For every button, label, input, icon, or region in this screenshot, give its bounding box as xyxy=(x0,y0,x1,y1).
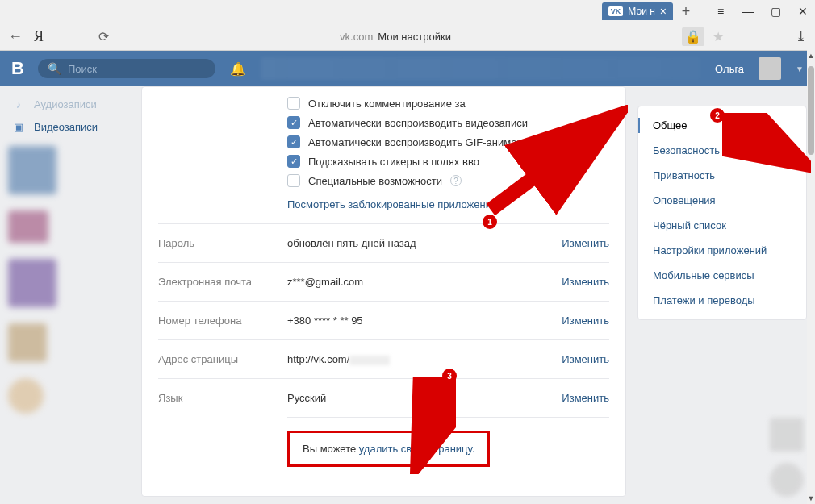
change-link[interactable]: Изменить xyxy=(562,276,609,288)
left-nav: ♪ Аудиозаписи ▣ Видеозаписи xyxy=(0,86,141,504)
nav-video[interactable]: ▣ Видеозаписи xyxy=(0,115,141,138)
cb-label: Отключить комментирование за xyxy=(308,98,466,110)
sidebar-item-apps[interactable]: Настройки приложений xyxy=(638,238,806,263)
cb-accessibility[interactable]: Специальные возможности ? xyxy=(287,171,609,190)
change-link[interactable]: Изменить xyxy=(562,237,609,249)
checkbox-unchecked-icon[interactable] xyxy=(287,174,300,187)
close-icon[interactable]: × xyxy=(660,6,667,17)
checkbox-unchecked-icon[interactable] xyxy=(287,97,300,110)
row-label: Электронная почта xyxy=(158,276,287,288)
menu-icon[interactable]: ≡ xyxy=(715,6,726,17)
search-icon: 🔍 xyxy=(48,62,61,75)
sidebar-item-mobile[interactable]: Мобильные сервисы xyxy=(638,263,806,288)
checkbox-checked-icon[interactable]: ✓ xyxy=(287,135,300,148)
content-area: Отключить комментирование за ✓ Автоматич… xyxy=(141,86,815,504)
chevron-down-icon[interactable]: ▼ xyxy=(796,65,804,73)
username[interactable]: Ольга xyxy=(715,63,744,75)
nav-audio-label: Аудиозаписи xyxy=(34,98,97,110)
address-bar: ← Я ⟳ vk.com Мои настройки 🔒 ★ ⤓ xyxy=(0,23,815,50)
notifications-icon[interactable]: 🔔 xyxy=(230,61,246,77)
blur-thumb xyxy=(770,418,804,452)
row-value: http://vk.com/ xyxy=(287,353,562,365)
blur-thumb xyxy=(8,210,48,243)
blur-thumb xyxy=(770,463,804,497)
reload-icon[interactable]: ⟳ xyxy=(98,29,109,44)
blur-thumb xyxy=(8,259,56,307)
yandex-icon[interactable]: Я xyxy=(34,28,44,45)
row-password: Пароль обновлён пять дней назад Изменить xyxy=(158,223,609,262)
sidebar-item-privacy[interactable]: Приватность xyxy=(638,163,806,188)
row-label: Пароль xyxy=(158,237,287,249)
blocked-apps-link[interactable]: Посмотреть заблокированные приложения xyxy=(287,190,609,223)
row-label: Адрес страницы xyxy=(158,353,287,365)
main-area: ♪ Аудиозаписи ▣ Видеозаписи Отключить ко… xyxy=(0,86,815,504)
downloads-icon[interactable]: ⤓ xyxy=(795,27,807,45)
right-thumbs xyxy=(770,418,804,497)
cb-label: Автоматически воспроизводить видеозаписи xyxy=(308,117,528,129)
cb-disable-comments[interactable]: Отключить комментирование за xyxy=(287,94,609,113)
delete-account-link[interactable]: удалить свою страницу. xyxy=(359,443,475,455)
change-link[interactable]: Изменить xyxy=(562,353,609,365)
row-address: Адрес страницы http://vk.com/ Изменить xyxy=(158,339,609,378)
blur-thumb xyxy=(8,146,56,194)
row-value: z***@gmail.com xyxy=(287,276,562,288)
row-language: Язык Русский Изменить xyxy=(158,378,609,417)
lock-icon[interactable]: 🔒 xyxy=(682,27,704,46)
bookmark-icon[interactable]: ★ xyxy=(713,29,724,44)
checkbox-checked-icon[interactable]: ✓ xyxy=(287,116,300,129)
close-window-icon[interactable]: ✕ xyxy=(797,6,809,17)
scroll-thumb[interactable] xyxy=(808,66,814,155)
annotation-dot-2: 2 xyxy=(710,108,725,123)
header-blur-area xyxy=(261,57,700,80)
cb-autoplay-video[interactable]: ✓ Автоматически воспроизводить видеозапи… xyxy=(287,113,609,132)
annotation-dot-1: 1 xyxy=(483,215,497,229)
cb-sticker-hints[interactable]: ✓ Подсказывать стикеры в полях вво xyxy=(287,152,609,171)
music-icon: ♪ xyxy=(11,97,26,111)
back-icon[interactable]: ← xyxy=(8,28,23,45)
video-icon: ▣ xyxy=(11,119,26,134)
browser-tab[interactable]: VK Мои н × xyxy=(602,2,673,20)
vk-logo-icon[interactable]: B xyxy=(11,58,23,79)
avatar[interactable] xyxy=(759,57,781,80)
scrollbar[interactable]: ▲ ▼ xyxy=(807,50,815,504)
delete-account-row: Вы можете удалить свою страницу. xyxy=(287,417,609,480)
vk-header: B 🔍 🔔 Ольга ▼ xyxy=(0,51,815,86)
cb-label: Специальные возможности xyxy=(308,175,442,187)
nav-audio[interactable]: ♪ Аудиозаписи xyxy=(0,93,141,115)
change-link[interactable]: Изменить xyxy=(562,314,609,327)
row-email: Электронная почта z***@gmail.com Изменит… xyxy=(158,262,609,301)
scroll-down-icon[interactable]: ▼ xyxy=(807,493,815,504)
nav-video-label: Видеозаписи xyxy=(34,121,98,133)
row-value: +380 **** * ** 95 xyxy=(287,314,562,327)
minimize-icon[interactable]: — xyxy=(742,6,754,17)
row-phone: Номер телефона +380 **** * ** 95 Изменит… xyxy=(158,301,609,339)
sidebar-item-blacklist[interactable]: Чёрный список xyxy=(638,213,806,238)
url-display[interactable]: vk.com Мои настройки xyxy=(120,31,671,43)
annotation-frame: Вы можете удалить свою страницу. xyxy=(287,431,490,467)
search-box[interactable]: 🔍 xyxy=(38,59,215,78)
row-value: обновлён пять дней назад xyxy=(287,237,562,249)
change-link[interactable]: Изменить xyxy=(562,392,609,404)
search-input[interactable] xyxy=(68,63,206,75)
settings-sidebar: Общее Безопасность Приватность Оповещени… xyxy=(637,106,807,320)
tab-title: Мои н xyxy=(628,6,654,17)
cb-autoplay-gif[interactable]: ✓ Автоматически воспроизводить GIF-анима… xyxy=(287,132,609,152)
sidebar-item-notifications[interactable]: Оповещения xyxy=(638,188,806,213)
sidebar-item-security[interactable]: Безопасность xyxy=(638,138,806,163)
url-host: vk.com xyxy=(340,31,373,43)
delete-prefix: Вы можете xyxy=(303,443,359,455)
maximize-icon[interactable]: ▢ xyxy=(770,6,781,17)
vk-badge-icon: VK xyxy=(608,6,624,16)
sidebar-item-payments[interactable]: Платежи и переводы xyxy=(638,288,806,313)
browser-chrome: VK Мои н × + ≡ — ▢ ✕ ← Я ⟳ vk.com Мои на… xyxy=(0,0,815,51)
window-controls: ≡ — ▢ ✕ xyxy=(715,6,809,17)
tab-bar: VK Мои н × + ≡ — ▢ ✕ xyxy=(0,0,815,23)
checkbox-checked-icon[interactable]: ✓ xyxy=(287,155,300,168)
scroll-up-icon[interactable]: ▲ xyxy=(807,50,815,61)
new-tab-button[interactable]: + xyxy=(676,2,696,21)
annotation-dot-3: 3 xyxy=(442,369,457,383)
row-label: Номер телефона xyxy=(158,314,287,327)
help-icon[interactable]: ? xyxy=(450,175,462,186)
row-value: Русский xyxy=(287,392,562,404)
url-title: Мои настройки xyxy=(378,31,451,43)
